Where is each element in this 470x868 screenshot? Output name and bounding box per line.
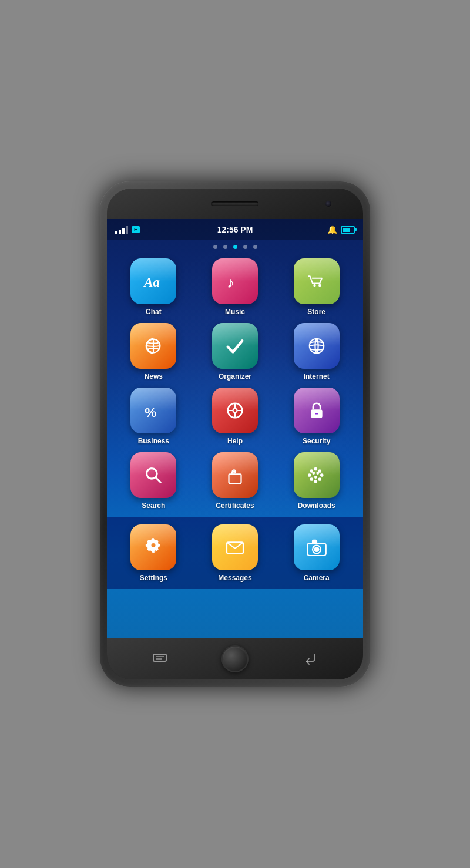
svg-point-29 xyxy=(315,476,317,478)
dot-1[interactable] xyxy=(213,245,217,249)
help-icon[interactable] xyxy=(212,388,258,433)
speaker xyxy=(212,201,258,206)
app-music[interactable]: ♪ Music xyxy=(198,258,273,316)
svg-rect-14 xyxy=(314,412,318,415)
security-icon[interactable] xyxy=(294,388,340,433)
store-icon[interactable] xyxy=(294,258,340,304)
camera-label: Camera xyxy=(304,574,330,582)
page-dots[interactable] xyxy=(107,240,363,254)
chat-label: Chat xyxy=(146,308,162,316)
svg-point-33 xyxy=(314,547,318,551)
svg-point-8 xyxy=(233,409,237,413)
return-button[interactable] xyxy=(302,650,318,669)
downloads-label: Downloads xyxy=(298,502,335,510)
svg-rect-34 xyxy=(313,540,317,543)
app-messages[interactable]: Messages xyxy=(198,524,273,582)
music-label: Music xyxy=(225,308,245,316)
dot-3[interactable] xyxy=(233,245,237,249)
camera-icon[interactable] xyxy=(294,524,340,570)
certificates-icon[interactable] xyxy=(212,452,258,498)
app-internet[interactable]: Internet xyxy=(279,323,354,381)
certificates-label: Certificates xyxy=(216,502,254,510)
svg-point-3 xyxy=(318,284,321,287)
app-grid: Aa Chat ♪ Music xyxy=(107,254,363,517)
bell-icon: 🔔 xyxy=(327,225,337,234)
music-icon[interactable]: ♪ xyxy=(212,258,258,304)
app-downloads[interactable]: Downloads xyxy=(279,452,354,510)
internet-label: Internet xyxy=(304,372,330,381)
search-icon[interactable] xyxy=(130,452,176,498)
organizer-label: Organizer xyxy=(219,372,251,381)
downloads-icon[interactable] xyxy=(294,452,340,498)
front-camera xyxy=(324,200,333,208)
svg-point-27 xyxy=(313,472,314,474)
phone-bottom-hardware xyxy=(107,638,363,679)
status-bar: E 12:56 PM 🔔 xyxy=(107,219,363,240)
signal-icon xyxy=(115,226,128,234)
edge-badge: E xyxy=(132,226,140,233)
dot-5[interactable] xyxy=(253,245,257,249)
svg-point-23 xyxy=(318,478,321,480)
battery-icon xyxy=(341,226,355,234)
dot-4[interactable] xyxy=(243,245,247,249)
app-certificates[interactable]: Certificates xyxy=(198,452,273,510)
store-label: Store xyxy=(307,308,325,316)
app-business[interactable]: % Business xyxy=(116,388,191,445)
app-camera[interactable]: Camera xyxy=(279,524,354,582)
internet-icon[interactable] xyxy=(294,323,340,369)
svg-point-22 xyxy=(321,474,323,476)
svg-point-21 xyxy=(318,470,321,472)
svg-text:Aa: Aa xyxy=(143,275,160,290)
status-time: 12:56 PM xyxy=(217,225,253,234)
svg-point-2 xyxy=(313,284,315,287)
svg-rect-35 xyxy=(153,654,166,661)
security-label: Security xyxy=(303,437,330,445)
app-chat[interactable]: Aa Chat xyxy=(116,258,191,316)
status-right-icons: 🔔 xyxy=(327,225,355,234)
search-label: Search xyxy=(142,502,165,510)
svg-point-24 xyxy=(314,480,317,483)
business-label: Business xyxy=(138,437,169,445)
app-store[interactable]: Store xyxy=(279,258,354,316)
svg-rect-17 xyxy=(229,474,241,483)
svg-point-28 xyxy=(317,472,318,474)
svg-line-16 xyxy=(156,477,161,483)
dot-2[interactable] xyxy=(223,245,227,249)
app-search[interactable]: Search xyxy=(116,452,191,510)
app-security[interactable]: Security xyxy=(279,388,354,445)
settings-label: Settings xyxy=(140,574,167,582)
organizer-icon[interactable] xyxy=(212,323,258,369)
chat-icon[interactable]: Aa xyxy=(130,258,176,304)
news-icon[interactable] xyxy=(130,323,176,369)
app-organizer[interactable]: Organizer xyxy=(198,323,273,381)
phone-top-hardware xyxy=(107,189,363,219)
settings-icon[interactable] xyxy=(130,524,176,570)
svg-point-26 xyxy=(308,474,311,476)
phone-device: E 12:56 PM 🔔 xyxy=(100,181,370,687)
dock: Settings Messages xyxy=(107,517,363,589)
messages-icon[interactable] xyxy=(212,524,258,570)
messages-label: Messages xyxy=(218,574,251,582)
help-label: Help xyxy=(227,437,243,445)
app-help[interactable]: Help xyxy=(198,388,273,445)
svg-text:♪: ♪ xyxy=(227,274,234,291)
screen: E 12:56 PM 🔔 xyxy=(107,219,363,638)
svg-point-20 xyxy=(314,468,317,470)
business-icon[interactable]: % xyxy=(130,388,176,433)
svg-text:%: % xyxy=(145,405,156,420)
svg-point-25 xyxy=(310,478,313,480)
phone-body: E 12:56 PM 🔔 xyxy=(107,189,363,679)
app-news[interactable]: News xyxy=(116,323,191,381)
home-button[interactable] xyxy=(221,645,249,672)
svg-point-19 xyxy=(310,470,313,472)
news-label: News xyxy=(145,372,163,381)
app-settings[interactable]: Settings xyxy=(116,524,191,582)
back-button[interactable] xyxy=(152,650,168,669)
